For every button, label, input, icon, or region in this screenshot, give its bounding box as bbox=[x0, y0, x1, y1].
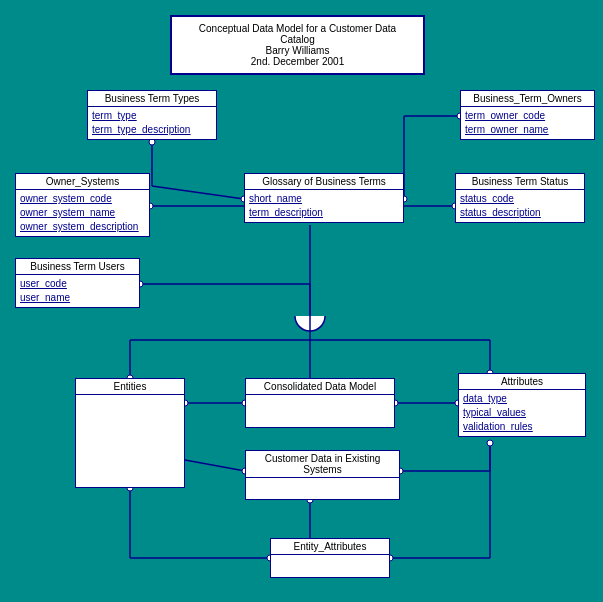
entity-entity-attributes: Entity_Attributes bbox=[270, 538, 390, 578]
entity-label: Customer Data in Existing Systems bbox=[246, 451, 399, 478]
entity-label: Consolidated Data Model bbox=[246, 379, 394, 395]
attr-data-type: data_type bbox=[463, 392, 581, 406]
entity-label: Glossary of Business Terms bbox=[245, 174, 403, 190]
entity-label: Business_Term_Owners bbox=[461, 91, 594, 107]
title-box: Conceptual Data Model for a Customer Dat… bbox=[170, 15, 425, 75]
entity-owner-systems: Owner_Systems owner_system_code owner_sy… bbox=[15, 173, 150, 237]
attr-user-name: user_name bbox=[20, 291, 135, 305]
attr-owner-system-code: owner_system_code bbox=[20, 192, 145, 206]
attr-validation-rules: validation_rules bbox=[463, 420, 581, 434]
entity-label: Entities bbox=[76, 379, 184, 395]
attr-term-owner-name: term_owner_name bbox=[465, 123, 590, 137]
svg-point-42 bbox=[487, 440, 493, 446]
entity-business-term-status: Business Term Status status_code status_… bbox=[455, 173, 585, 223]
attr-user-code: user_code bbox=[20, 277, 135, 291]
entity-attributes: Attributes data_type typical_values vali… bbox=[458, 373, 586, 437]
attr-term-type-desc: term_type_description bbox=[92, 123, 212, 137]
entity-business-term-types: Business Term Types term_type term_type_… bbox=[87, 90, 217, 140]
title-line1: Conceptual Data Model for a Customer Dat… bbox=[182, 23, 413, 45]
entity-label: Entity_Attributes bbox=[271, 539, 389, 555]
entity-label: Business Term Status bbox=[456, 174, 584, 190]
attr-status-code: status_code bbox=[460, 192, 580, 206]
attr-short-name: short_name bbox=[249, 192, 399, 206]
entity-label: Business Term Types bbox=[88, 91, 216, 107]
entity-consolidated-data-model: Consolidated Data Model bbox=[245, 378, 395, 428]
attr-typical-values: typical_values bbox=[463, 406, 581, 420]
title-line3: 2nd. December 2001 bbox=[182, 56, 413, 67]
attr-owner-system-name: owner_system_name bbox=[20, 206, 145, 220]
svg-line-1 bbox=[152, 186, 244, 199]
entity-glossary: Glossary of Business Terms short_name te… bbox=[244, 173, 404, 223]
entity-label: Attributes bbox=[459, 374, 585, 390]
diagram-container: Conceptual Data Model for a Customer Dat… bbox=[0, 0, 603, 602]
entity-label: Business Term Users bbox=[16, 259, 139, 275]
title-line2: Barry Williams bbox=[182, 45, 413, 56]
attr-term-description: term_description bbox=[249, 206, 399, 220]
attr-term-owner-code: term_owner_code bbox=[465, 109, 590, 123]
entity-business-term-users: Business Term Users user_code user_name bbox=[15, 258, 140, 308]
entity-business-term-owners: Business_Term_Owners term_owner_code ter… bbox=[460, 90, 595, 140]
attr-term-type: term_type bbox=[92, 109, 212, 123]
entity-label: Owner_Systems bbox=[16, 174, 149, 190]
attr-status-description: status_description bbox=[460, 206, 580, 220]
entity-customer-data-existing: Customer Data in Existing Systems bbox=[245, 450, 400, 500]
attr-owner-system-desc: owner_system_description bbox=[20, 220, 145, 234]
svg-line-14 bbox=[185, 460, 245, 471]
entity-entities: Entities bbox=[75, 378, 185, 488]
